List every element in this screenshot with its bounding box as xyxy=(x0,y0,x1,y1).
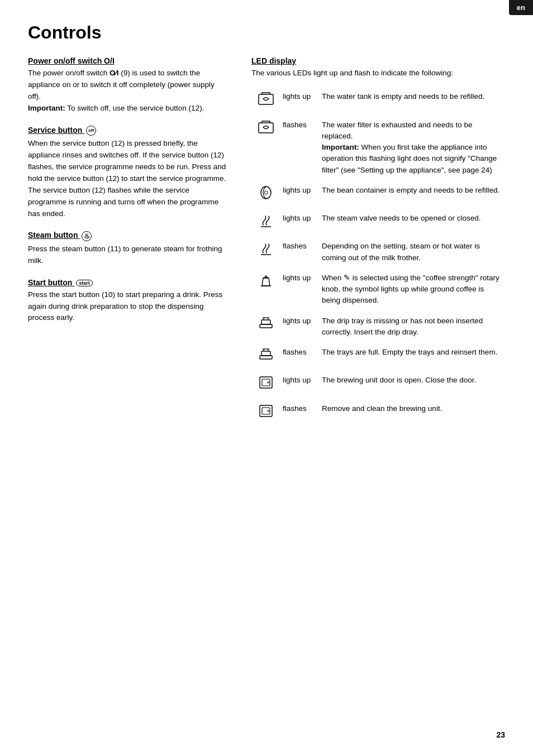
led-icon-tray-2 xyxy=(251,343,280,371)
section-body-service: When the service button (12) is pressed … xyxy=(28,138,229,219)
svg-point-4 xyxy=(264,191,268,194)
led-desc-tray-2: The trays are full. Empty the trays and … xyxy=(320,343,505,371)
section-title-power: Power on/off switch O/I xyxy=(28,56,229,65)
led-icon-steam-1 xyxy=(251,209,280,237)
svg-rect-21 xyxy=(260,405,272,417)
svg-rect-13 xyxy=(260,356,272,359)
svg-point-3 xyxy=(261,186,271,199)
led-status-water-1: lights up xyxy=(280,88,320,116)
steam-button-icon: ♨ xyxy=(82,231,92,241)
led-icon-door-1 xyxy=(251,371,280,399)
led-status-tray-1: lights up xyxy=(280,312,320,344)
svg-rect-0 xyxy=(259,94,273,104)
section-title-start: Start button start xyxy=(28,278,229,287)
led-row: lights up When ✎ is selected using the "… xyxy=(251,269,505,312)
led-row: lights up The bean container is empty an… xyxy=(251,181,505,209)
led-row: lights up The drip tray is missing or ha… xyxy=(251,312,505,344)
led-row: lights up The brewing unit door is open.… xyxy=(251,371,505,399)
led-icon-bean xyxy=(251,181,280,209)
svg-rect-18 xyxy=(260,377,272,388)
led-row: flashes Depending on the setting, steam … xyxy=(251,237,505,269)
led-desc-bean: The bean container is empty and needs to… xyxy=(320,181,505,209)
led-row: lights up The steam valve needs to be op… xyxy=(251,209,505,237)
page-title: Controls xyxy=(28,22,505,43)
led-desc-tray-1: The drip tray is missing or has not been… xyxy=(320,312,505,344)
section-body-power: The power on/off switch O⁄I (9) is used … xyxy=(28,68,229,114)
led-desc-steam-1: The steam valve needs to be opened or cl… xyxy=(320,209,505,237)
section-steam: Steam button ♨ Press the steam button (1… xyxy=(28,231,229,266)
led-intro: The various LEDs light up and flash to i… xyxy=(251,68,505,79)
led-row: lights up The water tank is empty and ne… xyxy=(251,88,505,116)
led-icon-door-2 xyxy=(251,400,280,428)
led-desc-steam-2: Depending on the setting, steam or hot w… xyxy=(320,237,505,269)
led-row: flashes The trays are full. Empty the tr… xyxy=(251,343,505,371)
content-wrapper: Power on/off switch O/I The power on/off… xyxy=(28,56,505,428)
lang-badge: en xyxy=(509,0,533,15)
page: en Controls Power on/off switch O/I The … xyxy=(0,0,533,756)
led-status-bean: lights up xyxy=(280,181,320,209)
left-column: Power on/off switch O/I The power on/off… xyxy=(28,56,229,428)
page-number: 23 xyxy=(496,730,505,739)
section-start: Start button start Press the start butto… xyxy=(28,278,229,324)
led-icon-water-1 xyxy=(251,88,280,116)
right-column: LED display The various LEDs light up an… xyxy=(251,56,505,428)
led-icon-tray-1 xyxy=(251,312,280,344)
important-label-water: Important: xyxy=(322,143,359,151)
section-power: Power on/off switch O/I The power on/off… xyxy=(28,56,229,114)
svg-rect-2 xyxy=(259,123,273,133)
led-icon-coffee xyxy=(251,269,280,312)
led-status-water-2: flashes xyxy=(280,116,320,181)
led-icon-water-2 xyxy=(251,116,280,181)
led-status-door-1: lights up xyxy=(280,371,320,399)
service-button-icon: off xyxy=(86,126,96,136)
svg-rect-9 xyxy=(261,320,270,324)
led-status-steam-1: lights up xyxy=(280,209,320,237)
section-body-steam: Press the steam button (11) to generate … xyxy=(28,243,229,267)
section-body-start: Press the start button (10) to start pre… xyxy=(28,289,229,324)
led-status-door-2: flashes xyxy=(280,400,320,428)
led-desc-coffee: When ✎ is selected using the "coffee str… xyxy=(320,269,505,312)
led-display-title: LED display xyxy=(251,56,505,65)
led-desc-water-2: The water filter is exhausted and needs … xyxy=(320,116,505,181)
led-status-steam-2: flashes xyxy=(280,237,320,269)
led-desc-water-1: The water tank is empty and needs to be … xyxy=(320,88,505,116)
led-desc-door-2: Remove and clean the brewing unit. xyxy=(320,400,505,428)
led-table: lights up The water tank is empty and ne… xyxy=(251,88,505,428)
led-icon-steam-2 xyxy=(251,237,280,269)
svg-rect-14 xyxy=(261,351,270,356)
section-service: Service button off When the service butt… xyxy=(28,126,229,220)
start-button-icon: start xyxy=(76,280,93,286)
svg-point-23 xyxy=(268,410,269,411)
led-status-tray-2: flashes xyxy=(280,343,320,371)
important-label-power: Important: xyxy=(28,104,65,112)
section-title-steam: Steam button ♨ xyxy=(28,231,229,241)
led-row: flashes Remove and clean the brewing uni… xyxy=(251,400,505,428)
led-desc-door-1: The brewing unit door is open. Close the… xyxy=(320,371,505,399)
svg-point-20 xyxy=(268,382,269,383)
section-title-service: Service button off xyxy=(28,126,229,136)
svg-rect-8 xyxy=(260,324,272,328)
led-status-coffee: lights up xyxy=(280,269,320,312)
led-row: flashes The water filter is exhausted an… xyxy=(251,116,505,181)
